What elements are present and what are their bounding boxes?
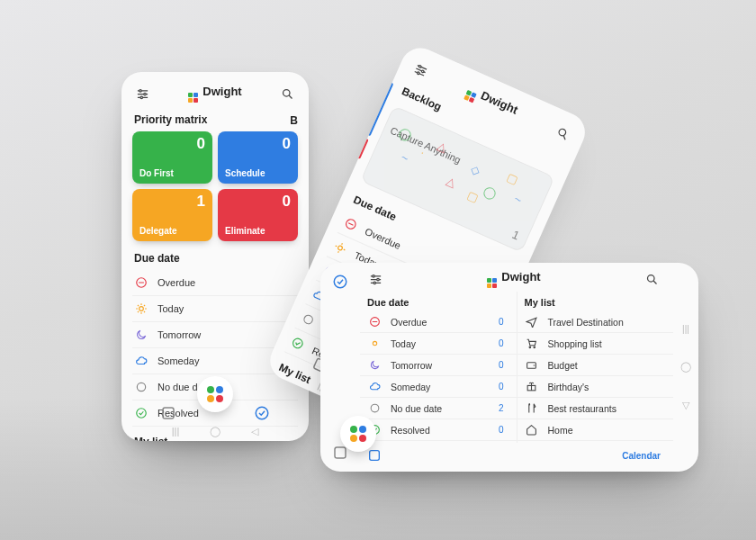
fab-add[interactable] — [340, 416, 376, 452]
svg-line-17 — [138, 311, 139, 312]
nav-check-icon[interactable] — [332, 274, 348, 290]
svg-point-5 — [140, 96, 143, 99]
section-title-matrix: Priority matrix — [132, 110, 209, 131]
mylist-row[interactable]: Travel Destination — [518, 311, 674, 333]
svg-line-30 — [563, 135, 568, 140]
android-nav: ||| ◯ ◁ — [122, 426, 309, 437]
svg-point-54 — [373, 341, 376, 345]
wallet-icon — [525, 359, 539, 371]
section-title-due: Due date — [132, 248, 298, 270]
svg-point-4 — [143, 93, 146, 95]
tile-do-first[interactable]: 0 Do First — [132, 131, 212, 184]
logo-icon — [487, 278, 498, 288]
svg-point-49 — [374, 282, 376, 284]
nav-backlog-icon[interactable] — [367, 448, 382, 463]
mylist-row[interactable]: Birthday's — [518, 376, 674, 398]
overdue-icon — [134, 276, 148, 289]
android-recents-icon[interactable]: ||| — [682, 324, 689, 334]
svg-point-55 — [371, 404, 379, 412]
tile-eliminate[interactable]: 0 Eliminate — [218, 189, 298, 241]
due-row-someday[interactable]: Someday0 — [360, 376, 517, 398]
home-icon — [525, 424, 539, 436]
due-row-overdue[interactable]: Overdue0 — [360, 311, 517, 333]
plane-icon — [525, 316, 539, 328]
svg-point-28 — [417, 71, 419, 74]
logo-icon — [464, 90, 477, 104]
phone-priority-matrix: Dwight Priority matrix B 0 Do First 0 Sc… — [122, 72, 309, 441]
svg-point-10 — [140, 307, 144, 311]
phone-landscape-lists: Dwight Due date Overdue0 Today0 Tomorrow… — [320, 263, 698, 472]
tile-schedule[interactable]: 0 Schedule — [218, 131, 298, 184]
svg-point-26 — [418, 65, 421, 68]
due-row-resolved[interactable]: Resolved0 — [360, 419, 517, 441]
svg-line-35 — [338, 251, 339, 253]
moon-icon — [134, 328, 148, 341]
search-icon[interactable] — [280, 86, 296, 102]
svg-rect-21 — [163, 408, 174, 418]
gift-icon — [525, 381, 539, 392]
settings-sliders-icon[interactable] — [367, 271, 383, 287]
svg-point-22 — [256, 407, 268, 419]
android-home-icon[interactable]: ◯ — [680, 361, 691, 373]
empty-circle-icon — [134, 381, 148, 393]
svg-point-27 — [421, 69, 424, 72]
nav-check-icon[interactable] — [254, 405, 270, 421]
due-row-today[interactable]: Today — [132, 296, 298, 322]
due-row-tomorrow[interactable]: Tomorrow — [132, 322, 298, 348]
svg-point-50 — [648, 274, 655, 282]
cart-icon — [525, 338, 539, 349]
calendar-link[interactable]: Calendar — [622, 451, 661, 461]
moon-icon — [367, 359, 382, 371]
svg-point-19 — [137, 382, 145, 391]
app-header: Dwight — [132, 81, 298, 110]
svg-rect-43 — [335, 447, 346, 458]
fab-add[interactable] — [197, 376, 233, 412]
svg-line-15 — [138, 305, 139, 306]
svg-line-16 — [144, 311, 145, 312]
android-recents-icon[interactable]: ||| — [172, 426, 180, 437]
settings-sliders-icon[interactable] — [134, 86, 150, 102]
android-home-icon[interactable]: ◯ — [210, 426, 220, 437]
mylist-row[interactable]: Best restaurants — [518, 398, 674, 419]
empty-circle-icon — [367, 402, 382, 414]
svg-point-6 — [284, 89, 291, 96]
svg-rect-61 — [370, 451, 380, 461]
svg-point-42 — [334, 275, 346, 288]
svg-point-33 — [338, 245, 343, 250]
android-back-icon[interactable]: ◁ — [251, 426, 258, 437]
tile-delegate[interactable]: 1 Delegate — [132, 189, 212, 241]
svg-line-51 — [654, 281, 657, 284]
android-nav: ||| ◯ ▽ — [673, 263, 698, 472]
svg-line-34 — [342, 243, 343, 245]
search-icon[interactable] — [644, 271, 661, 287]
section-title-due: Due date — [360, 292, 517, 311]
sun-icon — [331, 239, 349, 256]
priority-matrix: 0 Do First 0 Schedule 1 Delegate 0 Elimi… — [132, 131, 298, 241]
mylist-row[interactable]: Home — [518, 419, 674, 441]
overdue-icon — [367, 316, 382, 328]
svg-line-36 — [336, 246, 338, 247]
settings-sliders-icon[interactable] — [410, 59, 431, 81]
svg-point-47 — [372, 274, 374, 277]
search-icon[interactable] — [553, 123, 574, 145]
due-row-overdue[interactable]: Overdue — [132, 270, 298, 296]
due-row-nodue[interactable]: No due date2 — [360, 398, 517, 419]
due-row-today[interactable]: Today0 — [360, 333, 517, 355]
app-header: Dwight — [360, 263, 673, 292]
fork-knife-icon — [525, 402, 539, 414]
nav-backlog-icon[interactable] — [160, 405, 176, 421]
cloud-icon — [367, 381, 382, 392]
backlog-card-count: 1 — [510, 228, 522, 243]
cloud-icon — [134, 355, 148, 367]
svg-line-7 — [290, 95, 292, 98]
sun-icon — [134, 302, 148, 315]
svg-point-38 — [302, 314, 313, 325]
due-row-tomorrow[interactable]: Tomorrow0 — [360, 355, 517, 376]
empty-circle-icon — [299, 310, 317, 328]
app-brand: Dwight — [188, 85, 241, 103]
android-back-icon[interactable]: ▽ — [682, 400, 689, 411]
mylist-row[interactable]: Budget — [518, 355, 674, 376]
mylist-row[interactable]: Shopping list — [518, 333, 674, 355]
svg-point-29 — [559, 128, 568, 137]
svg-point-57 — [529, 346, 531, 348]
